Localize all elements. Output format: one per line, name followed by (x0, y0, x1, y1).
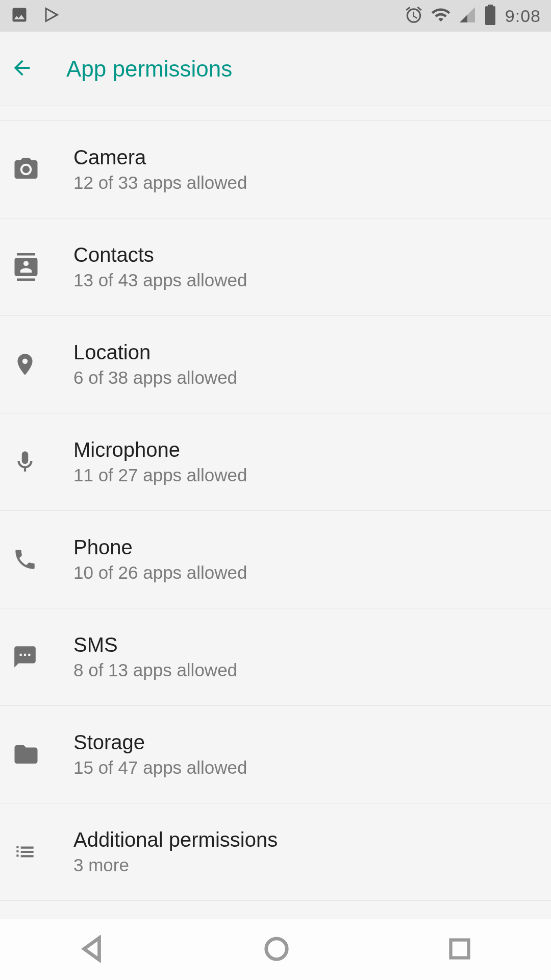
image-icon (10, 6, 43, 26)
permission-row-sms[interactable]: SMS 8 of 13 apps allowed (0, 608, 551, 706)
permission-row-microphone[interactable]: Microphone 11 of 27 apps allowed (0, 413, 551, 511)
permission-row-contacts[interactable]: Contacts 13 of 43 apps allowed (0, 218, 551, 316)
list-icon (12, 839, 73, 865)
row-subtitle: 15 of 47 apps allowed (73, 757, 247, 778)
app-bar: App permissions (0, 32, 551, 106)
location-icon (12, 352, 73, 377)
row-title: Contacts (73, 243, 247, 266)
status-time: 9:08 (505, 6, 541, 26)
nav-home-button[interactable] (263, 935, 290, 965)
status-bar: 9:08 (0, 0, 551, 32)
svg-point-0 (266, 938, 287, 959)
cell-signal-icon (451, 6, 477, 26)
svg-rect-1 (451, 940, 469, 958)
alarm-icon (397, 5, 423, 27)
folder-icon (12, 741, 73, 768)
microphone-icon (12, 449, 73, 475)
permission-row-camera[interactable]: Camera 12 of 33 apps allowed (0, 120, 551, 218)
sms-icon (12, 644, 73, 670)
row-title: Storage (73, 731, 247, 753)
row-subtitle: 3 more (73, 855, 278, 875)
row-title: SMS (73, 633, 237, 656)
wifi-icon (423, 5, 451, 27)
row-subtitle: 12 of 33 apps allowed (73, 173, 247, 193)
contacts-icon (12, 253, 73, 281)
permission-row-storage[interactable]: Storage 15 of 47 apps allowed (0, 705, 551, 803)
row-title: Phone (73, 536, 247, 558)
row-subtitle: 10 of 26 apps allowed (73, 562, 247, 583)
permission-row-additional[interactable]: Additional permissions 3 more (0, 803, 551, 901)
row-title: Additional permissions (73, 828, 278, 851)
row-subtitle: 6 of 38 apps allowed (73, 368, 237, 388)
row-subtitle: 8 of 13 apps allowed (73, 660, 237, 680)
nav-back-button[interactable] (79, 935, 106, 965)
page-title: App permissions (66, 56, 232, 82)
permission-row-phone[interactable]: Phone 10 of 26 apps allowed (0, 510, 551, 608)
permission-row-location[interactable]: Location 6 of 38 apps allowed (0, 315, 551, 413)
permission-list: Camera 12 of 33 apps allowed Contacts 13… (0, 120, 551, 901)
row-title: Microphone (73, 438, 247, 461)
row-title: Location (73, 341, 237, 363)
nav-recent-button[interactable] (447, 936, 472, 964)
row-subtitle: 11 of 27 apps allowed (73, 465, 247, 485)
system-nav-bar (0, 919, 551, 980)
phone-icon (12, 547, 73, 572)
row-title: Camera (73, 146, 247, 168)
camera-icon (12, 156, 73, 183)
play-store-icon (43, 6, 76, 26)
back-button[interactable] (10, 56, 34, 82)
battery-icon (477, 5, 497, 27)
row-subtitle: 13 of 43 apps allowed (73, 270, 247, 290)
